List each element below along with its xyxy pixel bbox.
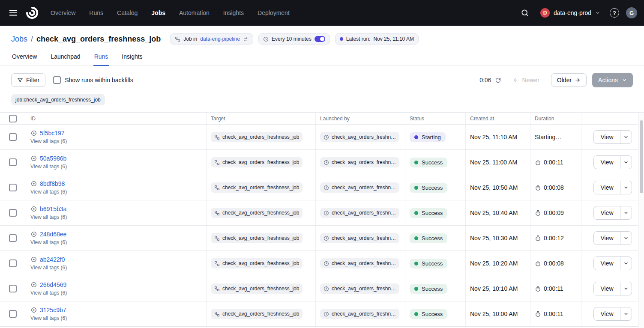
target-chip[interactable]: check_avg_orders_freshness_job — [211, 157, 303, 167]
view-dropdown-button[interactable] — [620, 307, 632, 321]
status-cell: Success — [405, 276, 465, 301]
menu-button[interactable] — [5, 5, 21, 21]
run-id-link[interactable]: 248d68ee — [40, 231, 66, 238]
filter-button[interactable]: Filter — [11, 73, 45, 87]
launched-by-chip[interactable]: check_avg_orders_freshn… — [320, 132, 399, 142]
row-checkbox[interactable] — [9, 158, 17, 166]
vertical-scrollbar[interactable] — [638, 113, 644, 328]
older-button[interactable]: Older — [551, 73, 587, 87]
run-id-link[interactable]: 50a5986b — [40, 155, 66, 162]
view-all-tags-link[interactable]: View all tags (6) — [30, 290, 67, 296]
view-run-button[interactable]: View — [593, 130, 620, 144]
launched-by-chip[interactable]: check_avg_orders_freshn… — [320, 233, 399, 243]
view-all-tags-link[interactable]: View all tags (6) — [30, 315, 67, 321]
row-actions-cell: View — [581, 301, 644, 326]
target-chip[interactable]: check_avg_orders_freshness_job — [211, 258, 303, 268]
nav-item-runs[interactable]: Runs — [89, 9, 103, 16]
tab-insights[interactable]: Insights — [121, 53, 143, 66]
run-id-link[interactable]: b6915b3a — [40, 206, 66, 212]
view-all-tags-link[interactable]: View all tags (6) — [30, 189, 67, 195]
row-checkbox[interactable] — [9, 285, 17, 292]
view-all-tags-link[interactable]: View all tags (6) — [30, 164, 67, 170]
select-all-checkbox[interactable] — [9, 115, 17, 122]
view-dropdown-button[interactable] — [620, 231, 632, 245]
actions-button[interactable]: Actions — [592, 73, 633, 87]
nav-item-jobs[interactable]: Jobs — [151, 9, 165, 16]
view-dropdown-button[interactable] — [620, 181, 632, 194]
view-all-tags-link[interactable]: View all tags (6) — [30, 265, 67, 271]
view-run-button[interactable]: View — [593, 307, 620, 321]
target-chip[interactable]: check_avg_orders_freshness_job — [211, 182, 303, 193]
run-id-link[interactable]: 3125c9b7 — [40, 307, 66, 313]
target-chip[interactable]: check_avg_orders_freshness_job — [211, 132, 303, 142]
search-button[interactable] — [519, 7, 531, 19]
deployment-switcher[interactable]: D data-eng-prod — [538, 6, 603, 19]
row-checkbox[interactable] — [9, 310, 17, 318]
target-chip[interactable]: check_avg_orders_freshness_job — [211, 208, 303, 218]
launched-by-chip[interactable]: check_avg_orders_freshn… — [320, 258, 399, 268]
scrollbar-thumb[interactable] — [640, 120, 643, 193]
swap-icon[interactable] — [243, 36, 249, 42]
newer-button[interactable]: Newer — [507, 73, 545, 87]
view-run-button[interactable]: View — [593, 282, 620, 295]
table-row: 248d68ee View all tags (6) check_avg_ord… — [0, 226, 644, 251]
refresh-icon[interactable] — [495, 77, 501, 83]
dagster-logo-icon[interactable] — [24, 5, 40, 21]
row-checkbox[interactable] — [9, 133, 17, 141]
view-dropdown-button[interactable] — [620, 155, 632, 169]
backfills-checkbox[interactable] — [53, 76, 61, 84]
tab-runs[interactable]: Runs — [93, 53, 109, 66]
schedule-toggle[interactable] — [315, 36, 325, 42]
view-run-button[interactable]: View — [593, 181, 620, 194]
run-target-icon — [30, 231, 37, 238]
job-filter-tag[interactable]: job:check_avg_orders_freshness_job — [11, 94, 105, 105]
run-id-link[interactable]: 5f5bc197 — [40, 130, 65, 137]
row-checkbox[interactable] — [9, 184, 17, 191]
run-id-link[interactable]: 266d4569 — [40, 281, 66, 288]
nav-item-automation[interactable]: Automation — [179, 9, 210, 16]
view-dropdown-button[interactable] — [620, 130, 632, 144]
chevron-down-icon — [623, 210, 629, 215]
launched-by-chip[interactable]: check_avg_orders_freshn… — [320, 208, 399, 218]
help-button[interactable]: ? — [610, 8, 619, 18]
view-run-button[interactable]: View — [593, 155, 620, 169]
row-checkbox[interactable] — [9, 209, 17, 217]
user-avatar[interactable]: G — [626, 7, 637, 18]
target-chip[interactable]: check_avg_orders_freshness_job — [211, 309, 303, 319]
launched-by-chip[interactable]: check_avg_orders_freshn… — [320, 309, 399, 319]
target-chip[interactable]: check_avg_orders_freshness_job — [211, 283, 303, 294]
dagster-app: Overview Runs Catalog Jobs Automation In… — [0, 0, 644, 328]
nav-item-overview[interactable]: Overview — [51, 9, 75, 16]
pipeline-link[interactable]: data-eng-pipeline — [200, 36, 240, 42]
run-id-link[interactable]: ab2422f0 — [40, 256, 65, 263]
view-run-button[interactable]: View — [593, 256, 620, 270]
view-all-tags-link[interactable]: View all tags (6) — [30, 214, 67, 220]
view-all-tags-link[interactable]: View all tags (6) — [30, 239, 67, 245]
target-chip[interactable]: check_avg_orders_freshness_job — [211, 233, 303, 243]
tab-overview[interactable]: Overview — [11, 53, 38, 66]
view-run-button[interactable]: View — [593, 231, 620, 245]
view-dropdown-button[interactable] — [620, 256, 632, 270]
row-checkbox[interactable] — [9, 234, 17, 242]
latest-run-time[interactable]: Nov 25, 11:10 AM — [373, 36, 414, 42]
target-cell: check_avg_orders_freshness_job — [206, 150, 315, 175]
launched-by-chip[interactable]: check_avg_orders_freshn… — [320, 157, 399, 167]
breadcrumb-jobs-link[interactable]: Jobs — [11, 35, 27, 44]
run-id-link[interactable]: 8bdf8b98 — [40, 180, 65, 187]
launched-by-cell: check_avg_orders_freshn… — [315, 276, 405, 301]
launched-by-chip[interactable]: check_avg_orders_freshn… — [320, 283, 399, 294]
view-run-button[interactable]: View — [593, 206, 620, 220]
tab-launchpad[interactable]: Launchpad — [50, 53, 81, 66]
view-dropdown-button[interactable] — [620, 282, 632, 295]
view-dropdown-button[interactable] — [620, 206, 632, 220]
stopwatch-icon — [535, 235, 541, 242]
breadcrumb: Jobs / check_avg_orders_freshness_job Jo… — [11, 33, 633, 45]
row-checkbox[interactable] — [9, 259, 17, 267]
latest-run-status-dot — [340, 37, 343, 41]
launched-by-chip[interactable]: check_avg_orders_freshn… — [320, 182, 399, 193]
view-all-tags-link[interactable]: View all tags (6) — [30, 138, 67, 144]
nav-item-insights[interactable]: Insights — [223, 9, 244, 16]
nav-item-catalog[interactable]: Catalog — [117, 9, 138, 16]
nav-item-deployment[interactable]: Deployment — [258, 9, 290, 16]
backfills-checkbox-label[interactable]: Show runs within backfills — [65, 77, 133, 83]
